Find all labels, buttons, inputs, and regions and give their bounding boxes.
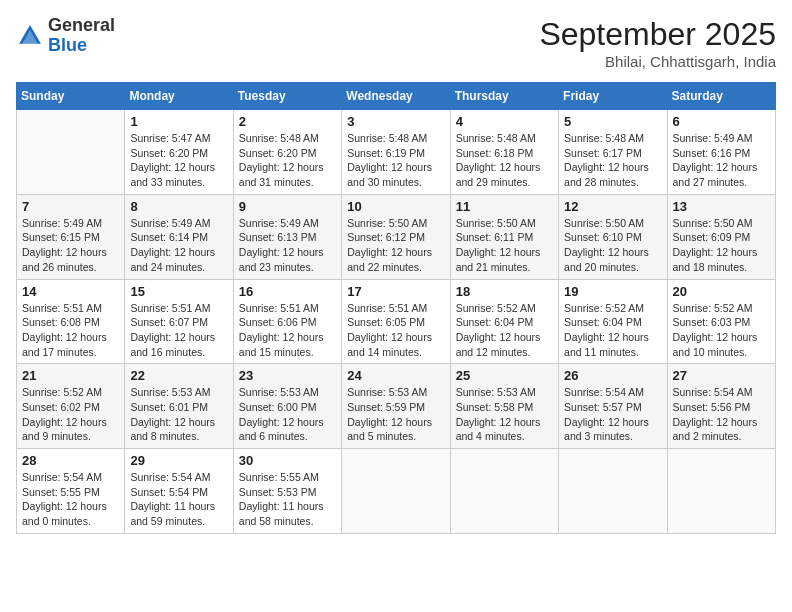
day-number: 29	[130, 453, 227, 468]
day-number: 13	[673, 199, 770, 214]
day-info: Sunrise: 5:51 AM Sunset: 6:05 PM Dayligh…	[347, 301, 444, 360]
calendar-week-row: 21Sunrise: 5:52 AM Sunset: 6:02 PM Dayli…	[17, 364, 776, 449]
day-number: 4	[456, 114, 553, 129]
day-of-week-header: Thursday	[450, 83, 558, 110]
day-number: 16	[239, 284, 336, 299]
calendar-cell: 21Sunrise: 5:52 AM Sunset: 6:02 PM Dayli…	[17, 364, 125, 449]
day-of-week-header: Sunday	[17, 83, 125, 110]
title-block: September 2025 Bhilai, Chhattisgarh, Ind…	[539, 16, 776, 70]
day-number: 20	[673, 284, 770, 299]
calendar-cell: 8Sunrise: 5:49 AM Sunset: 6:14 PM Daylig…	[125, 194, 233, 279]
day-info: Sunrise: 5:53 AM Sunset: 5:59 PM Dayligh…	[347, 385, 444, 444]
day-info: Sunrise: 5:49 AM Sunset: 6:13 PM Dayligh…	[239, 216, 336, 275]
day-of-week-header: Friday	[559, 83, 667, 110]
day-number: 30	[239, 453, 336, 468]
calendar-cell: 3Sunrise: 5:48 AM Sunset: 6:19 PM Daylig…	[342, 110, 450, 195]
calendar-cell: 16Sunrise: 5:51 AM Sunset: 6:06 PM Dayli…	[233, 279, 341, 364]
calendar-cell: 11Sunrise: 5:50 AM Sunset: 6:11 PM Dayli…	[450, 194, 558, 279]
calendar-cell: 1Sunrise: 5:47 AM Sunset: 6:20 PM Daylig…	[125, 110, 233, 195]
day-info: Sunrise: 5:51 AM Sunset: 6:07 PM Dayligh…	[130, 301, 227, 360]
day-info: Sunrise: 5:48 AM Sunset: 6:18 PM Dayligh…	[456, 131, 553, 190]
calendar-cell: 13Sunrise: 5:50 AM Sunset: 6:09 PM Dayli…	[667, 194, 775, 279]
day-info: Sunrise: 5:54 AM Sunset: 5:57 PM Dayligh…	[564, 385, 661, 444]
day-number: 21	[22, 368, 119, 383]
calendar-cell: 7Sunrise: 5:49 AM Sunset: 6:15 PM Daylig…	[17, 194, 125, 279]
day-number: 23	[239, 368, 336, 383]
day-info: Sunrise: 5:53 AM Sunset: 6:01 PM Dayligh…	[130, 385, 227, 444]
calendar-cell: 2Sunrise: 5:48 AM Sunset: 6:20 PM Daylig…	[233, 110, 341, 195]
day-info: Sunrise: 5:52 AM Sunset: 6:02 PM Dayligh…	[22, 385, 119, 444]
logo: General Blue	[16, 16, 115, 56]
logo-text: General Blue	[48, 16, 115, 56]
calendar-week-row: 7Sunrise: 5:49 AM Sunset: 6:15 PM Daylig…	[17, 194, 776, 279]
day-number: 2	[239, 114, 336, 129]
day-info: Sunrise: 5:50 AM Sunset: 6:11 PM Dayligh…	[456, 216, 553, 275]
day-number: 24	[347, 368, 444, 383]
calendar-week-row: 28Sunrise: 5:54 AM Sunset: 5:55 PM Dayli…	[17, 449, 776, 534]
day-number: 14	[22, 284, 119, 299]
calendar-cell: 6Sunrise: 5:49 AM Sunset: 6:16 PM Daylig…	[667, 110, 775, 195]
day-info: Sunrise: 5:49 AM Sunset: 6:15 PM Dayligh…	[22, 216, 119, 275]
day-info: Sunrise: 5:54 AM Sunset: 5:55 PM Dayligh…	[22, 470, 119, 529]
day-info: Sunrise: 5:47 AM Sunset: 6:20 PM Dayligh…	[130, 131, 227, 190]
day-number: 3	[347, 114, 444, 129]
calendar-cell: 22Sunrise: 5:53 AM Sunset: 6:01 PM Dayli…	[125, 364, 233, 449]
day-info: Sunrise: 5:54 AM Sunset: 5:56 PM Dayligh…	[673, 385, 770, 444]
day-number: 12	[564, 199, 661, 214]
calendar-cell: 5Sunrise: 5:48 AM Sunset: 6:17 PM Daylig…	[559, 110, 667, 195]
calendar-cell: 30Sunrise: 5:55 AM Sunset: 5:53 PM Dayli…	[233, 449, 341, 534]
calendar-cell: 12Sunrise: 5:50 AM Sunset: 6:10 PM Dayli…	[559, 194, 667, 279]
calendar-cell	[17, 110, 125, 195]
day-info: Sunrise: 5:51 AM Sunset: 6:08 PM Dayligh…	[22, 301, 119, 360]
month-title: September 2025	[539, 16, 776, 53]
day-info: Sunrise: 5:50 AM Sunset: 6:09 PM Dayligh…	[673, 216, 770, 275]
page-header: General Blue September 2025 Bhilai, Chha…	[16, 16, 776, 70]
calendar-cell: 26Sunrise: 5:54 AM Sunset: 5:57 PM Dayli…	[559, 364, 667, 449]
calendar-cell: 19Sunrise: 5:52 AM Sunset: 6:04 PM Dayli…	[559, 279, 667, 364]
day-info: Sunrise: 5:51 AM Sunset: 6:06 PM Dayligh…	[239, 301, 336, 360]
calendar-cell	[559, 449, 667, 534]
calendar-cell: 28Sunrise: 5:54 AM Sunset: 5:55 PM Dayli…	[17, 449, 125, 534]
day-info: Sunrise: 5:48 AM Sunset: 6:20 PM Dayligh…	[239, 131, 336, 190]
calendar-table: SundayMondayTuesdayWednesdayThursdayFrid…	[16, 82, 776, 534]
calendar-cell: 4Sunrise: 5:48 AM Sunset: 6:18 PM Daylig…	[450, 110, 558, 195]
day-number: 10	[347, 199, 444, 214]
calendar-cell: 14Sunrise: 5:51 AM Sunset: 6:08 PM Dayli…	[17, 279, 125, 364]
day-info: Sunrise: 5:49 AM Sunset: 6:14 PM Dayligh…	[130, 216, 227, 275]
calendar-cell	[342, 449, 450, 534]
location: Bhilai, Chhattisgarh, India	[539, 53, 776, 70]
day-number: 5	[564, 114, 661, 129]
day-info: Sunrise: 5:50 AM Sunset: 6:10 PM Dayligh…	[564, 216, 661, 275]
calendar-week-row: 14Sunrise: 5:51 AM Sunset: 6:08 PM Dayli…	[17, 279, 776, 364]
day-info: Sunrise: 5:48 AM Sunset: 6:17 PM Dayligh…	[564, 131, 661, 190]
day-info: Sunrise: 5:53 AM Sunset: 6:00 PM Dayligh…	[239, 385, 336, 444]
day-number: 28	[22, 453, 119, 468]
calendar-cell: 24Sunrise: 5:53 AM Sunset: 5:59 PM Dayli…	[342, 364, 450, 449]
day-of-week-header: Tuesday	[233, 83, 341, 110]
calendar-cell	[667, 449, 775, 534]
day-number: 26	[564, 368, 661, 383]
calendar-cell: 23Sunrise: 5:53 AM Sunset: 6:00 PM Dayli…	[233, 364, 341, 449]
calendar-cell: 20Sunrise: 5:52 AM Sunset: 6:03 PM Dayli…	[667, 279, 775, 364]
day-number: 6	[673, 114, 770, 129]
day-number: 25	[456, 368, 553, 383]
calendar-week-row: 1Sunrise: 5:47 AM Sunset: 6:20 PM Daylig…	[17, 110, 776, 195]
day-info: Sunrise: 5:52 AM Sunset: 6:04 PM Dayligh…	[456, 301, 553, 360]
day-info: Sunrise: 5:50 AM Sunset: 6:12 PM Dayligh…	[347, 216, 444, 275]
day-number: 27	[673, 368, 770, 383]
calendar-cell: 25Sunrise: 5:53 AM Sunset: 5:58 PM Dayli…	[450, 364, 558, 449]
day-of-week-header: Saturday	[667, 83, 775, 110]
day-info: Sunrise: 5:48 AM Sunset: 6:19 PM Dayligh…	[347, 131, 444, 190]
calendar-cell: 15Sunrise: 5:51 AM Sunset: 6:07 PM Dayli…	[125, 279, 233, 364]
logo-general: General	[48, 15, 115, 35]
day-info: Sunrise: 5:54 AM Sunset: 5:54 PM Dayligh…	[130, 470, 227, 529]
day-number: 19	[564, 284, 661, 299]
day-info: Sunrise: 5:53 AM Sunset: 5:58 PM Dayligh…	[456, 385, 553, 444]
day-number: 1	[130, 114, 227, 129]
calendar-cell: 27Sunrise: 5:54 AM Sunset: 5:56 PM Dayli…	[667, 364, 775, 449]
day-of-week-header: Monday	[125, 83, 233, 110]
logo-icon	[16, 22, 44, 50]
day-number: 17	[347, 284, 444, 299]
calendar-cell	[450, 449, 558, 534]
logo-blue: Blue	[48, 35, 87, 55]
